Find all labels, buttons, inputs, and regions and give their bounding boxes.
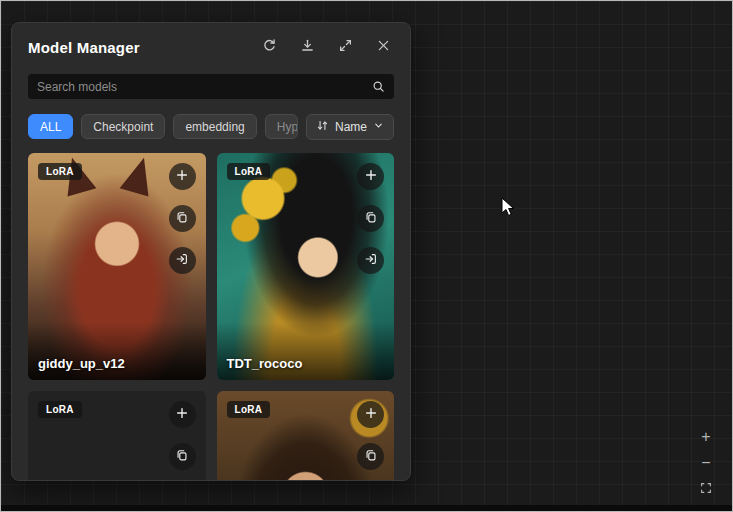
copy-model-button[interactable] (169, 205, 196, 232)
copy-icon (364, 448, 378, 465)
close-icon (376, 38, 391, 56)
page-title: Model Manager (28, 39, 140, 56)
add-model-button[interactable] (357, 163, 384, 190)
add-model-button[interactable] (169, 401, 196, 428)
copy-icon (175, 210, 189, 227)
plus-icon (175, 406, 189, 423)
copy-icon (364, 210, 378, 227)
model-name: giddy_up_v12 (38, 356, 125, 371)
mouse-cursor (501, 197, 517, 223)
model-card[interactable]: LoRA (217, 391, 395, 481)
filter-chip-embedding[interactable]: embedding (173, 114, 256, 139)
refresh-icon (262, 38, 277, 56)
model-manager-panel: Model Manager (11, 22, 411, 481)
filter-chip-hypernetwork[interactable]: Hype (265, 114, 298, 139)
copy-icon (175, 448, 189, 465)
import-icon (175, 252, 189, 269)
sort-dropdown[interactable]: Name (306, 114, 394, 140)
header-actions (260, 38, 392, 56)
download-icon (300, 38, 315, 56)
filter-chip-checkpoint[interactable]: Checkpoint (81, 114, 165, 139)
download-button[interactable] (298, 38, 316, 56)
plus-icon (175, 168, 189, 185)
search-box (28, 74, 394, 99)
model-card-grid: LoRA giddy_up_v12 LoRA (28, 153, 394, 481)
search-input[interactable] (37, 80, 372, 94)
refresh-button[interactable] (260, 38, 278, 56)
node-editor-canvas[interactable]: Model Manager (0, 0, 733, 512)
model-card[interactable]: LoRA giddy_up_v12 (28, 153, 206, 380)
model-card[interactable]: LoRA TDT_rococo (217, 153, 395, 380)
plus-icon (364, 168, 378, 185)
lora-badge: LoRA (227, 163, 271, 180)
add-model-button[interactable] (169, 163, 196, 190)
add-model-button[interactable] (357, 401, 384, 428)
lora-badge: LoRA (227, 401, 271, 418)
model-card[interactable]: LoRA (28, 391, 206, 481)
load-model-button[interactable] (169, 247, 196, 274)
sort-icon (316, 119, 329, 135)
expand-icon (338, 38, 353, 56)
zoom-out-button[interactable]: − (697, 454, 715, 472)
bottom-edge (1, 505, 732, 511)
import-icon (364, 252, 378, 269)
copy-model-button[interactable] (357, 205, 384, 232)
chevron-down-icon (373, 120, 384, 134)
expand-button[interactable] (336, 38, 354, 56)
canvas-zoom-controls: + − (697, 428, 715, 498)
model-name: TDT_rococo (227, 356, 303, 371)
fit-view-button[interactable] (697, 480, 715, 498)
copy-model-button[interactable] (357, 443, 384, 470)
fit-view-icon (699, 481, 713, 498)
lora-badge: LoRA (38, 401, 82, 418)
search-icon (372, 80, 385, 93)
lora-badge: LoRA (38, 163, 82, 180)
panel-header: Model Manager (12, 23, 410, 56)
zoom-in-button[interactable]: + (697, 428, 715, 446)
copy-model-button[interactable] (169, 443, 196, 470)
close-button[interactable] (374, 38, 392, 56)
filter-chip-all[interactable]: ALL (28, 114, 73, 139)
sort-label: Name (335, 120, 367, 134)
plus-icon (364, 406, 378, 423)
filter-bar: ALL Checkpoint embedding Hype Name (28, 114, 394, 139)
load-model-button[interactable] (357, 247, 384, 274)
